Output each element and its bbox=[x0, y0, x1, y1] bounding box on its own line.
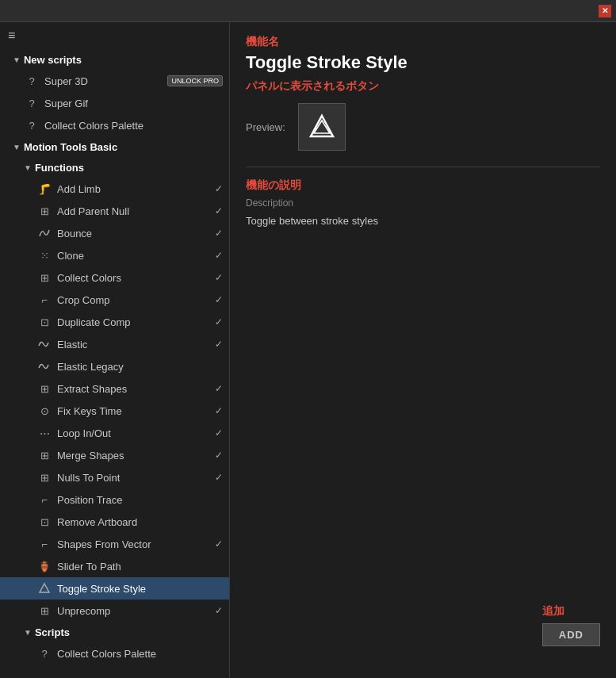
preview-row: Preview: bbox=[246, 103, 600, 151]
elastic-legacy-icon bbox=[36, 358, 52, 374]
sidebar-item-elastic-legacy[interactable]: Elastic Legacy bbox=[0, 355, 229, 377]
sidebar-item-merge-shapes[interactable]: ⊞ Merge Shapes ✓ bbox=[0, 444, 229, 466]
sidebar-item-collect-colors-palette-2[interactable]: ? Collect Colors Palette bbox=[0, 642, 229, 665]
item-label: Collect Colors bbox=[57, 272, 212, 284]
toggle-stroke-style-icon bbox=[36, 580, 52, 596]
check-icon: ✓ bbox=[215, 450, 223, 461]
item-label: Super 3D bbox=[44, 75, 163, 87]
check-icon: ✓ bbox=[215, 205, 223, 216]
sidebar-item-duplicate-comp[interactable]: ⊡ Duplicate Comp ✓ bbox=[0, 311, 229, 333]
loop-in-out-icon: ⋯ bbox=[36, 425, 52, 441]
item-label: Shapes From Vector bbox=[57, 538, 212, 550]
nulls-to-point-icon: ⊞ bbox=[36, 469, 52, 485]
hamburger-bar[interactable]: ≡ bbox=[0, 22, 229, 49]
item-label: Toggle Stroke Style bbox=[57, 583, 223, 595]
preview-label: Preview: bbox=[246, 121, 285, 133]
add-button[interactable]: ADD bbox=[542, 623, 600, 646]
check-icon: ✓ bbox=[215, 250, 223, 261]
question-icon: ? bbox=[36, 645, 52, 661]
check-icon: ✓ bbox=[215, 605, 223, 616]
remove-artboard-icon: ⊡ bbox=[36, 514, 52, 530]
arrow-icon: ▼ bbox=[13, 143, 21, 151]
merge-shapes-icon: ⊞ bbox=[36, 447, 52, 463]
add-label-jp: 追加 bbox=[542, 604, 600, 619]
description-field-label: Description bbox=[246, 197, 600, 209]
item-label: Clone bbox=[57, 250, 212, 262]
item-label: Loop In/Out bbox=[57, 427, 212, 439]
question-icon: ? bbox=[24, 95, 40, 111]
item-label: Slider To Path bbox=[57, 561, 223, 573]
sidebar-item-add-parent-null[interactable]: ⊞ Add Parent Null ✓ bbox=[0, 200, 229, 222]
sidebar-item-fix-keys-time[interactable]: ⊙ Fix Keys Time ✓ bbox=[0, 400, 229, 422]
sidebar-item-extract-shapes[interactable]: ⊞ Extract Shapes ✓ bbox=[0, 377, 229, 400]
item-label: Collect Colors Palette bbox=[57, 648, 223, 660]
check-icon: ✓ bbox=[215, 383, 223, 394]
check-icon: ✓ bbox=[215, 339, 223, 350]
item-label: Super Gif bbox=[44, 98, 223, 109]
hamburger-icon[interactable]: ≡ bbox=[8, 29, 15, 43]
sidebar-item-toggle-stroke-style[interactable]: Toggle Stroke Style bbox=[0, 577, 229, 599]
section-label: New scripts bbox=[24, 54, 223, 66]
sidebar-item-position-trace[interactable]: ⌐ Position Trace bbox=[0, 488, 229, 511]
main-window: ✕ ≡ ▼ New scripts ? Super 3D UNLOCK PRO … bbox=[0, 0, 616, 678]
item-label: Elastic Legacy bbox=[57, 361, 223, 373]
sidebar-item-add-limb[interactable]: 🦵 Add Limb ✓ bbox=[0, 178, 229, 200]
check-icon: ✓ bbox=[215, 294, 223, 305]
duplicate-comp-icon: ⊡ bbox=[36, 314, 52, 330]
check-icon: ✓ bbox=[215, 316, 223, 328]
position-trace-icon: ⌐ bbox=[36, 492, 52, 508]
sidebar-item-loop-in-out[interactable]: ⋯ Loop In/Out ✓ bbox=[0, 422, 229, 444]
item-label: Crop Comp bbox=[57, 294, 212, 306]
check-icon: ✓ bbox=[215, 538, 223, 550]
collect-colors-icon: ⊞ bbox=[36, 270, 52, 285]
crop-comp-icon: ⌐ bbox=[36, 292, 52, 308]
preview-box bbox=[298, 103, 346, 151]
section-new-scripts[interactable]: ▼ New scripts bbox=[0, 49, 229, 70]
sidebar-item-unprecomp[interactable]: ⊞ Unprecomp ✓ bbox=[0, 599, 229, 622]
item-label: Unprecomp bbox=[57, 605, 212, 617]
arrow-icon: ▼ bbox=[24, 628, 32, 637]
check-icon: ✓ bbox=[215, 427, 223, 439]
sidebar-item-collect-colors[interactable]: ⊞ Collect Colors ✓ bbox=[0, 266, 229, 289]
sidebar-item-bounce[interactable]: Bounce ✓ bbox=[0, 222, 229, 244]
right-panel: 機能名 Toggle Stroke Style パネルに表示されるボタン Pre… bbox=[230, 22, 616, 239]
description-jp-label: 機能の説明 bbox=[246, 178, 600, 193]
sidebar-item-clone[interactable]: ⁙ Clone ✓ bbox=[0, 244, 229, 266]
arrow-icon: ▼ bbox=[24, 163, 32, 172]
feature-name-jp-label: 機能名 bbox=[246, 35, 600, 49]
unlock-pro-badge: UNLOCK PRO bbox=[167, 75, 223, 86]
sidebar-item-collect-colors-palette-1[interactable]: ? Collect Colors Palette bbox=[0, 114, 229, 136]
sidebar-item-super-3d[interactable]: ? Super 3D UNLOCK PRO bbox=[0, 70, 229, 92]
sidebar-item-slider-to-path[interactable]: 🏺 Slider To Path bbox=[0, 555, 229, 577]
item-label: Fix Keys Time bbox=[57, 405, 212, 417]
fix-keys-time-icon: ⊙ bbox=[36, 403, 52, 419]
section-label: Motion Tools Basic bbox=[24, 141, 223, 153]
extract-shapes-icon: ⊞ bbox=[36, 381, 52, 396]
section-motion-tools-basic[interactable]: ▼ Motion Tools Basic bbox=[0, 136, 229, 157]
sidebar-item-crop-comp[interactable]: ⌐ Crop Comp ✓ bbox=[0, 289, 229, 311]
item-label: Elastic bbox=[57, 339, 212, 350]
subsection-label: Scripts bbox=[35, 626, 223, 638]
subsection-functions[interactable]: ▼ Functions bbox=[0, 157, 229, 178]
sidebar-item-super-gif[interactable]: ? Super Gif bbox=[0, 92, 229, 114]
check-icon: ✓ bbox=[215, 472, 223, 483]
item-label: Add Limb bbox=[57, 183, 212, 195]
sidebar-item-elastic[interactable]: Elastic ✓ bbox=[0, 333, 229, 355]
preview-svg bbox=[308, 113, 336, 141]
button-label-jp: パネルに表示されるボタン bbox=[246, 79, 600, 94]
sidebar-item-shapes-from-vector[interactable]: ⌐ Shapes From Vector ✓ bbox=[0, 533, 229, 555]
bounce-icon bbox=[36, 225, 52, 241]
subsection-label: Functions bbox=[35, 162, 223, 174]
item-label: Bounce bbox=[57, 228, 212, 239]
check-icon: ✓ bbox=[215, 272, 223, 283]
subsection-scripts[interactable]: ▼ Scripts bbox=[0, 622, 229, 642]
main-content: ≡ ▼ New scripts ? Super 3D UNLOCK PRO ? … bbox=[0, 22, 616, 678]
arrow-icon: ▼ bbox=[13, 56, 21, 64]
sidebar-item-nulls-to-point[interactable]: ⊞ Nulls To Point ✓ bbox=[0, 466, 229, 488]
sidebar-item-remove-artboard[interactable]: ⊡ Remove Artboard bbox=[0, 511, 229, 533]
item-label: Nulls To Point bbox=[57, 472, 212, 484]
right-panel-wrapper: 機能名 Toggle Stroke Style パネルに表示されるボタン Pre… bbox=[230, 22, 616, 678]
close-button[interactable]: ✕ bbox=[599, 5, 611, 17]
elastic-icon bbox=[36, 336, 52, 352]
item-label: Duplicate Comp bbox=[57, 316, 212, 328]
